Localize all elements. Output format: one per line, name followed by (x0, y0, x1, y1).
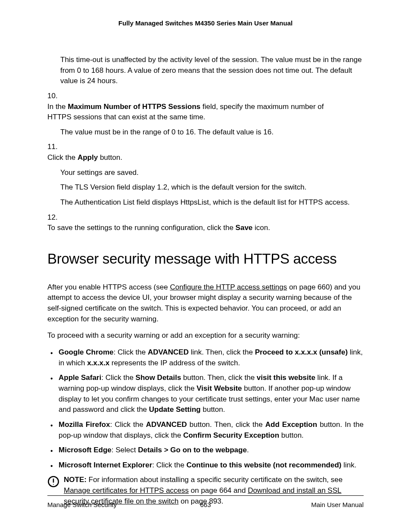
manage-certificates-link[interactable]: Manage certificates for HTTPS access (64, 486, 189, 495)
body-content: This time-out is unaffected by the activ… (47, 55, 364, 507)
step-11-saved: Your settings are saved. (60, 168, 364, 178)
ie-item: • Microsoft Internet Explorer: Click the… (47, 460, 364, 471)
safari-item: • Apple Safari: Click the Show Details b… (47, 373, 364, 415)
step-text: Click the Apply button. (47, 152, 349, 163)
bullet-icon: • (50, 348, 53, 358)
step-11: 11. Click the Apply button. (47, 142, 364, 163)
bullet-icon: • (50, 420, 53, 430)
browser-list: • Google Chrome: Click the ADVANCED link… (47, 347, 364, 470)
step-12: 12. To save the settings to the running … (47, 212, 364, 233)
proceed-para: To proceed with a security warning or ad… (47, 330, 364, 341)
step-text: To save the settings to the running conf… (47, 223, 349, 233)
page-header: Fully Managed Switches M4350 Series Main… (47, 19, 364, 27)
bullet-icon: • (50, 461, 53, 471)
step-number: 11. (47, 142, 60, 152)
edge-item: • Microsoft Edge: Select Details > Go on… (47, 445, 364, 456)
step-10-detail: The value must be in the range of 0 to 1… (60, 127, 364, 138)
configure-http-link[interactable]: Configure the HTTP access settings (170, 283, 287, 291)
svg-point-2 (53, 484, 54, 485)
timeout-para: This time-out is unaffected by the activ… (60, 55, 364, 87)
chrome-item: • Google Chrome: Click the ADVANCED link… (47, 347, 364, 368)
firefox-item: • Mozilla Firefox: Click the ADVANCED bu… (47, 420, 364, 441)
step-number: 10. (47, 91, 60, 102)
intro-para: After you enable HTTPS access (see Confi… (47, 282, 364, 325)
footer-right: Main User Manual (311, 501, 364, 508)
footer-page-number: 663 (200, 501, 211, 508)
step-10: 10. In the Maximum Number of HTTPS Sessi… (47, 91, 364, 123)
section-heading: Browser security message with HTTPS acce… (47, 249, 364, 269)
step-11-auth: The Authentication List field displays H… (60, 197, 364, 208)
step-11-tls: The TLS Version field display 1.2, which… (60, 182, 364, 193)
footer-left: Manage Switch Security (47, 501, 117, 508)
page-footer: Manage Switch Security 663 Main User Man… (47, 495, 364, 508)
bullet-icon: • (50, 373, 53, 383)
alert-icon (47, 476, 59, 491)
step-number: 12. (47, 212, 60, 223)
step-text: In the Maximum Number of HTTPS Sessions … (47, 102, 349, 123)
bullet-icon: • (50, 446, 53, 456)
